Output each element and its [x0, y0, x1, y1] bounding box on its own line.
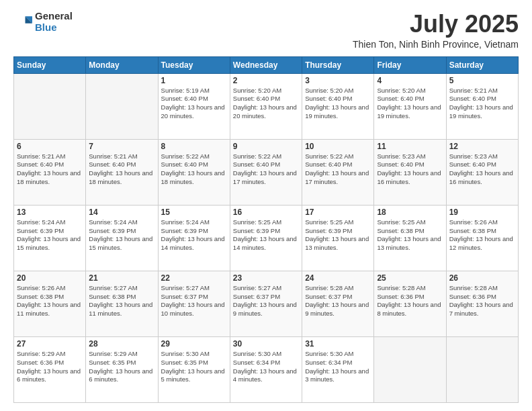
calendar-cell — [374, 336, 446, 402]
calendar-cell: 13Sunrise: 5:24 AM Sunset: 6:39 PM Dayli… — [14, 205, 86, 271]
day-info: Sunrise: 5:22 AM Sunset: 6:40 PM Dayligh… — [305, 152, 371, 187]
page: General Blue July 2025 Thien Ton, Ninh B… — [0, 0, 532, 411]
calendar-cell: 30Sunrise: 5:30 AM Sunset: 6:34 PM Dayli… — [230, 336, 302, 402]
day-number: 26 — [449, 273, 515, 283]
day-info: Sunrise: 5:30 AM Sunset: 6:34 PM Dayligh… — [233, 350, 299, 384]
day-number: 29 — [161, 339, 227, 349]
day-number: 9 — [233, 142, 299, 151]
day-info: Sunrise: 5:29 AM Sunset: 6:35 PM Dayligh… — [89, 350, 154, 384]
day-number: 20 — [17, 273, 83, 283]
calendar-cell: 10Sunrise: 5:22 AM Sunset: 6:40 PM Dayli… — [302, 139, 374, 205]
calendar-week-row: 13Sunrise: 5:24 AM Sunset: 6:39 PM Dayli… — [14, 205, 519, 271]
day-number: 10 — [305, 142, 371, 151]
calendar-week-row: 1Sunrise: 5:19 AM Sunset: 6:40 PM Daylig… — [14, 73, 519, 139]
calendar-cell: 8Sunrise: 5:22 AM Sunset: 6:40 PM Daylig… — [158, 139, 230, 205]
calendar-cell: 25Sunrise: 5:28 AM Sunset: 6:36 PM Dayli… — [374, 271, 446, 336]
day-number: 1 — [161, 76, 227, 85]
day-number: 18 — [377, 208, 443, 217]
day-info: Sunrise: 5:20 AM Sunset: 6:40 PM Dayligh… — [377, 87, 443, 121]
day-number: 24 — [305, 273, 371, 283]
main-title: July 2025 — [353, 11, 519, 38]
day-header-wednesday: Wednesday — [230, 56, 302, 73]
day-info: Sunrise: 5:22 AM Sunset: 6:40 PM Dayligh… — [233, 152, 299, 187]
day-number: 31 — [305, 339, 371, 349]
day-header-thursday: Thursday — [302, 56, 374, 73]
calendar-cell: 1Sunrise: 5:19 AM Sunset: 6:40 PM Daylig… — [158, 73, 230, 139]
day-number: 5 — [449, 76, 515, 85]
day-header-friday: Friday — [374, 56, 446, 73]
calendar-cell: 22Sunrise: 5:27 AM Sunset: 6:37 PM Dayli… — [158, 271, 230, 336]
title-block: July 2025 Thien Ton, Ninh Binh Province,… — [353, 11, 519, 50]
calendar-header-row: SundayMondayTuesdayWednesdayThursdayFrid… — [14, 56, 519, 73]
logo-icon — [13, 13, 32, 32]
day-info: Sunrise: 5:29 AM Sunset: 6:36 PM Dayligh… — [17, 350, 83, 384]
day-number: 22 — [161, 273, 227, 283]
day-number: 27 — [17, 339, 83, 349]
calendar-cell: 5Sunrise: 5:21 AM Sunset: 6:40 PM Daylig… — [446, 73, 518, 139]
day-number: 7 — [89, 142, 154, 151]
day-number: 21 — [89, 273, 154, 283]
calendar-cell: 27Sunrise: 5:29 AM Sunset: 6:36 PM Dayli… — [14, 336, 86, 402]
day-number: 23 — [233, 273, 299, 283]
calendar-cell: 19Sunrise: 5:26 AM Sunset: 6:38 PM Dayli… — [446, 205, 518, 271]
calendar-cell: 15Sunrise: 5:24 AM Sunset: 6:39 PM Dayli… — [158, 205, 230, 271]
day-number: 12 — [449, 142, 515, 151]
day-info: Sunrise: 5:28 AM Sunset: 6:36 PM Dayligh… — [377, 284, 443, 318]
calendar-week-row: 6Sunrise: 5:21 AM Sunset: 6:40 PM Daylig… — [14, 139, 519, 205]
day-info: Sunrise: 5:23 AM Sunset: 6:40 PM Dayligh… — [377, 152, 443, 187]
calendar-cell: 6Sunrise: 5:21 AM Sunset: 6:40 PM Daylig… — [14, 139, 86, 205]
calendar-week-row: 20Sunrise: 5:26 AM Sunset: 6:38 PM Dayli… — [14, 271, 519, 336]
day-number: 2 — [233, 76, 299, 85]
logo-blue: Blue — [35, 22, 73, 34]
day-info: Sunrise: 5:24 AM Sunset: 6:39 PM Dayligh… — [17, 218, 83, 253]
day-number: 30 — [233, 339, 299, 349]
day-info: Sunrise: 5:19 AM Sunset: 6:40 PM Dayligh… — [161, 87, 227, 121]
day-info: Sunrise: 5:25 AM Sunset: 6:39 PM Dayligh… — [305, 218, 371, 253]
day-info: Sunrise: 5:24 AM Sunset: 6:39 PM Dayligh… — [89, 218, 154, 253]
calendar-cell: 26Sunrise: 5:28 AM Sunset: 6:36 PM Dayli… — [446, 271, 518, 336]
day-number: 6 — [17, 142, 83, 151]
calendar-cell: 28Sunrise: 5:29 AM Sunset: 6:35 PM Dayli… — [86, 336, 158, 402]
header: General Blue July 2025 Thien Ton, Ninh B… — [13, 11, 519, 50]
calendar-cell: 31Sunrise: 5:30 AM Sunset: 6:34 PM Dayli… — [302, 336, 374, 402]
day-info: Sunrise: 5:27 AM Sunset: 6:37 PM Dayligh… — [161, 284, 227, 318]
day-info: Sunrise: 5:28 AM Sunset: 6:36 PM Dayligh… — [449, 284, 515, 318]
calendar-table: SundayMondayTuesdayWednesdayThursdayFrid… — [13, 56, 519, 403]
subtitle: Thien Ton, Ninh Binh Province, Vietnam — [353, 39, 519, 50]
day-info: Sunrise: 5:20 AM Sunset: 6:40 PM Dayligh… — [233, 87, 299, 121]
day-info: Sunrise: 5:26 AM Sunset: 6:38 PM Dayligh… — [17, 284, 83, 318]
day-number: 8 — [161, 142, 227, 151]
calendar-cell: 9Sunrise: 5:22 AM Sunset: 6:40 PM Daylig… — [230, 139, 302, 205]
calendar-week-row: 27Sunrise: 5:29 AM Sunset: 6:36 PM Dayli… — [14, 336, 519, 402]
day-info: Sunrise: 5:27 AM Sunset: 6:38 PM Dayligh… — [89, 284, 154, 318]
calendar-cell — [86, 73, 158, 139]
day-header-sunday: Sunday — [14, 56, 86, 73]
calendar-cell: 4Sunrise: 5:20 AM Sunset: 6:40 PM Daylig… — [374, 73, 446, 139]
day-header-tuesday: Tuesday — [158, 56, 230, 73]
calendar-cell: 20Sunrise: 5:26 AM Sunset: 6:38 PM Dayli… — [14, 271, 86, 336]
day-info: Sunrise: 5:22 AM Sunset: 6:40 PM Dayligh… — [161, 152, 227, 187]
day-number: 16 — [233, 208, 299, 217]
calendar-cell: 3Sunrise: 5:20 AM Sunset: 6:40 PM Daylig… — [302, 73, 374, 139]
calendar-cell: 2Sunrise: 5:20 AM Sunset: 6:40 PM Daylig… — [230, 73, 302, 139]
calendar-cell: 16Sunrise: 5:25 AM Sunset: 6:39 PM Dayli… — [230, 205, 302, 271]
day-info: Sunrise: 5:30 AM Sunset: 6:34 PM Dayligh… — [305, 350, 371, 384]
logo-text: General Blue — [35, 11, 73, 33]
day-info: Sunrise: 5:25 AM Sunset: 6:38 PM Dayligh… — [377, 218, 443, 253]
calendar-cell: 18Sunrise: 5:25 AM Sunset: 6:38 PM Dayli… — [374, 205, 446, 271]
day-info: Sunrise: 5:26 AM Sunset: 6:38 PM Dayligh… — [449, 218, 515, 253]
calendar-cell: 21Sunrise: 5:27 AM Sunset: 6:38 PM Dayli… — [86, 271, 158, 336]
day-info: Sunrise: 5:25 AM Sunset: 6:39 PM Dayligh… — [233, 218, 299, 253]
calendar-cell: 14Sunrise: 5:24 AM Sunset: 6:39 PM Dayli… — [86, 205, 158, 271]
day-number: 3 — [305, 76, 371, 85]
day-number: 15 — [161, 208, 227, 217]
day-info: Sunrise: 5:24 AM Sunset: 6:39 PM Dayligh… — [161, 218, 227, 253]
calendar-cell: 17Sunrise: 5:25 AM Sunset: 6:39 PM Dayli… — [302, 205, 374, 271]
logo: General Blue — [13, 11, 73, 33]
calendar-cell: 24Sunrise: 5:28 AM Sunset: 6:37 PM Dayli… — [302, 271, 374, 336]
day-info: Sunrise: 5:28 AM Sunset: 6:37 PM Dayligh… — [305, 284, 371, 318]
day-header-saturday: Saturday — [446, 56, 518, 73]
calendar-cell — [446, 336, 518, 402]
calendar-cell: 23Sunrise: 5:27 AM Sunset: 6:37 PM Dayli… — [230, 271, 302, 336]
day-info: Sunrise: 5:21 AM Sunset: 6:40 PM Dayligh… — [449, 87, 515, 121]
